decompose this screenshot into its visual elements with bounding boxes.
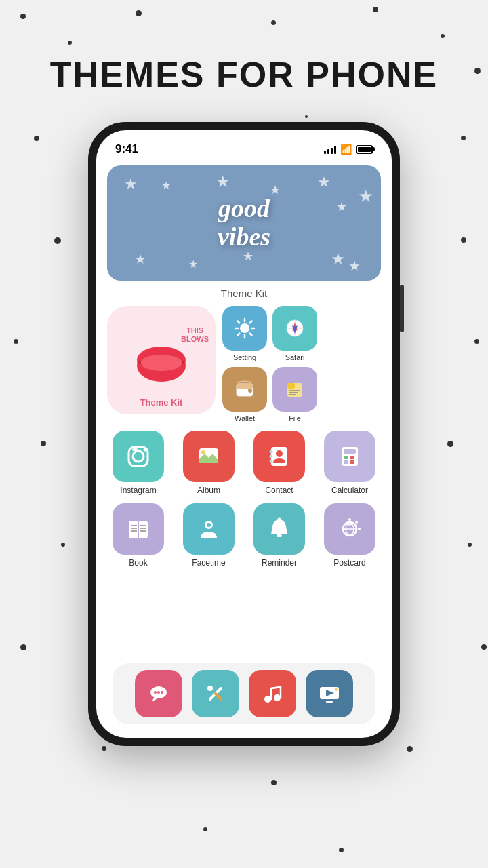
svg-point-75 bbox=[274, 694, 281, 701]
app-postcard[interactable]: Postcard bbox=[319, 503, 381, 568]
dock bbox=[113, 663, 375, 724]
app-safari[interactable]: Safari bbox=[272, 306, 317, 361]
icon-row-1: Setting bbox=[222, 306, 381, 361]
signal-icon bbox=[324, 144, 336, 154]
instagram-label: Instagram bbox=[120, 486, 156, 495]
safari-label: Safari bbox=[285, 353, 305, 361]
svg-point-31 bbox=[276, 450, 283, 457]
app-instagram[interactable]: Instagram bbox=[107, 431, 169, 495]
svg-point-68 bbox=[161, 691, 163, 694]
setting-icon bbox=[222, 306, 267, 351]
svg-point-66 bbox=[154, 691, 157, 694]
contact-label: Contact bbox=[265, 486, 293, 495]
svg-rect-41 bbox=[350, 460, 354, 464]
app-book[interactable]: Book bbox=[107, 503, 169, 568]
wallet-label: Wallet bbox=[235, 414, 255, 422]
app-album[interactable]: Album bbox=[178, 431, 240, 495]
svg-rect-73 bbox=[259, 680, 286, 707]
app-facetime[interactable]: Facetime bbox=[178, 503, 240, 568]
app-setting[interactable]: Setting bbox=[222, 306, 267, 361]
postcard-icon bbox=[324, 503, 375, 555]
svg-rect-55 bbox=[277, 534, 282, 537]
svg-rect-25 bbox=[132, 448, 138, 451]
svg-point-62 bbox=[358, 528, 361, 530]
svg-point-53 bbox=[207, 523, 211, 527]
album-icon bbox=[183, 431, 235, 482]
reminder-icon bbox=[253, 503, 305, 555]
setting-label: Setting bbox=[233, 353, 256, 361]
postcard-label: Postcard bbox=[333, 558, 365, 568]
theme-kit-label: Theme Kit bbox=[107, 288, 381, 299]
app-contact[interactable]: Contact bbox=[248, 431, 310, 495]
dock-messages[interactable] bbox=[135, 670, 182, 717]
svg-rect-38 bbox=[344, 456, 348, 459]
wifi-icon: 📶 bbox=[340, 144, 352, 155]
screen-content: ★ ★ ★ ★ ★ ★ ★ ★ ★ ★ ★ ★ good vibes bbox=[96, 165, 392, 568]
svg-point-56 bbox=[278, 518, 281, 521]
app-reminder[interactable]: Reminder bbox=[248, 503, 310, 568]
facetime-icon bbox=[183, 503, 235, 555]
big-icon-label: Theme Kit bbox=[140, 397, 183, 408]
svg-point-34 bbox=[270, 460, 273, 463]
svg-rect-79 bbox=[326, 701, 333, 703]
safari-icon bbox=[272, 306, 317, 351]
icon-row-2: Wallet bbox=[222, 367, 381, 422]
app-calculator[interactable]: Calculator bbox=[319, 431, 381, 495]
icons-section: THISBLOWS Theme Kit bbox=[107, 306, 381, 422]
hero-text: good vibes bbox=[218, 195, 270, 252]
dock-area bbox=[107, 663, 381, 724]
dock-music[interactable] bbox=[249, 670, 296, 717]
svg-point-4 bbox=[241, 324, 249, 332]
status-icons: 📶 bbox=[324, 144, 373, 155]
svg-point-28 bbox=[201, 450, 205, 454]
svg-rect-13 bbox=[237, 384, 253, 389]
svg-point-33 bbox=[270, 455, 273, 458]
page-title: THEMES FOR PHONE bbox=[0, 54, 488, 95]
svg-point-2 bbox=[141, 355, 182, 371]
svg-point-67 bbox=[157, 691, 160, 694]
svg-point-81 bbox=[335, 688, 338, 691]
svg-point-61 bbox=[355, 521, 358, 524]
svg-point-14 bbox=[248, 389, 252, 393]
svg-rect-37 bbox=[344, 449, 356, 454]
file-icon bbox=[272, 367, 317, 412]
book-label: Book bbox=[129, 558, 147, 568]
status-bar: 9:41 📶 bbox=[96, 130, 392, 160]
facetime-label: Facetime bbox=[192, 558, 225, 568]
wallet-icon bbox=[222, 367, 267, 412]
svg-point-32 bbox=[270, 450, 273, 454]
svg-rect-40 bbox=[344, 460, 348, 464]
app-wallet[interactable]: Wallet bbox=[222, 367, 267, 422]
calculator-icon bbox=[324, 431, 375, 482]
right-icons-column: Setting bbox=[222, 306, 381, 422]
app-grid-row2: Book Facetime bbox=[107, 503, 381, 568]
file-label: File bbox=[289, 414, 301, 422]
big-theme-kit-icon[interactable]: THISBLOWS Theme Kit bbox=[107, 306, 216, 414]
status-time: 9:41 bbox=[115, 142, 138, 156]
app-grid-row1: Instagram Album bbox=[107, 431, 381, 495]
album-label: Album bbox=[197, 486, 220, 495]
calculator-label: Calculator bbox=[331, 486, 368, 495]
instagram-icon bbox=[113, 431, 164, 482]
phone-frame: 9:41 📶 ★ ★ ★ ★ bbox=[88, 122, 400, 746]
phone-screen: 9:41 📶 ★ ★ ★ ★ bbox=[96, 130, 392, 738]
svg-point-74 bbox=[264, 696, 271, 703]
dock-tools[interactable] bbox=[192, 670, 239, 717]
contact-icon bbox=[253, 431, 305, 482]
battery-icon bbox=[356, 145, 373, 154]
svg-rect-39 bbox=[350, 456, 354, 459]
app-file[interactable]: File bbox=[272, 367, 317, 422]
dock-tv[interactable] bbox=[306, 670, 353, 717]
svg-point-72 bbox=[207, 686, 213, 691]
reminder-label: Reminder bbox=[262, 558, 297, 568]
svg-point-24 bbox=[144, 448, 147, 452]
hero-banner: ★ ★ ★ ★ ★ ★ ★ ★ ★ ★ ★ ★ good vibes bbox=[107, 165, 381, 281]
book-icon bbox=[113, 503, 164, 555]
svg-rect-17 bbox=[287, 383, 295, 389]
svg-point-60 bbox=[348, 518, 351, 521]
